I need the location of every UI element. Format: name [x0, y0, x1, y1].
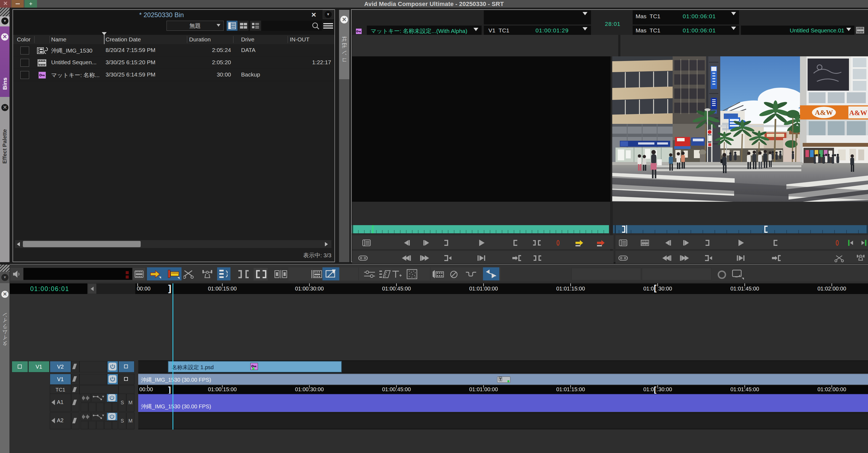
svg-text:A&W: A&W — [849, 109, 867, 117]
svg-text:A&W: A&W — [815, 109, 833, 117]
